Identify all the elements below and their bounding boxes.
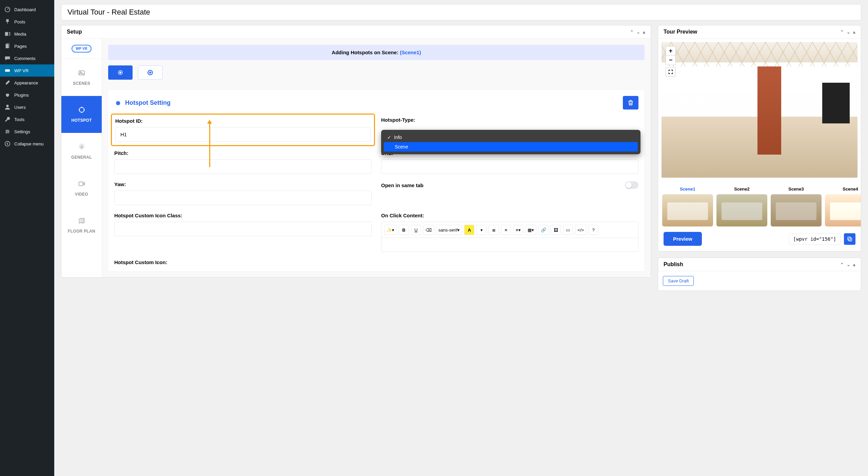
preview-title: Tour Preview bbox=[664, 29, 697, 35]
thumb-scene1[interactable]: Scene1 bbox=[662, 186, 713, 226]
svg-point-7 bbox=[8, 131, 9, 132]
svg-point-9 bbox=[5, 141, 10, 146]
rte-content[interactable] bbox=[381, 238, 638, 252]
rte-bold-button[interactable]: B bbox=[399, 225, 409, 235]
rte-erase-button[interactable]: ⌫ bbox=[423, 225, 434, 235]
svg-point-12 bbox=[79, 107, 84, 113]
rte-fontcolor-button[interactable]: A bbox=[464, 225, 474, 235]
scene-banner: Adding Hotspots on Scene: (Scene1) bbox=[108, 45, 645, 60]
zoom-in-button[interactable]: + bbox=[666, 46, 676, 56]
media-icon bbox=[4, 31, 11, 37]
image-icon bbox=[78, 69, 85, 78]
open-same-tab-toggle[interactable] bbox=[625, 181, 638, 189]
delete-hotspot-button[interactable] bbox=[623, 96, 638, 110]
page-title: Virtual Tour - Real Estate bbox=[61, 4, 861, 20]
rte-ul-button[interactable]: ≣ bbox=[489, 225, 499, 235]
rich-text-editor: ✨▾ B U ⌫ sans-serif ▾ A ▾ ≣ bbox=[381, 222, 638, 252]
plug-icon bbox=[4, 92, 11, 98]
wpvr-logo: WP VR bbox=[61, 39, 102, 59]
hotspot-setting-title: Hotspot Setting bbox=[114, 99, 171, 106]
thumb-scene3[interactable]: Scene3 bbox=[771, 186, 822, 226]
panel-toggle-icon[interactable]: ▴ bbox=[643, 29, 645, 35]
tab-floor-plan[interactable]: FLOOR PLAN bbox=[61, 207, 102, 244]
annotation-arrow bbox=[209, 123, 210, 167]
option-scene[interactable]: Scene bbox=[384, 142, 638, 152]
user-icon bbox=[4, 104, 11, 111]
tab-video[interactable]: VIDEO bbox=[61, 170, 102, 207]
menu-plugins[interactable]: Plugins bbox=[0, 89, 54, 101]
menu-appearance[interactable]: Appearance bbox=[0, 77, 54, 89]
menu-wpvr[interactable]: WP VR bbox=[0, 64, 54, 77]
scene-thumbnails: Scene1 Scene2 Scene3 Scene4 bbox=[658, 181, 861, 226]
rte-underline-button[interactable]: U bbox=[411, 225, 421, 235]
current-hotspot-button[interactable] bbox=[108, 65, 133, 80]
panel-down-icon[interactable]: ⌄ bbox=[636, 29, 640, 35]
preview-button[interactable]: Preview bbox=[664, 232, 702, 246]
save-draft-button[interactable]: Save Draft bbox=[663, 276, 694, 286]
gear-icon bbox=[78, 143, 85, 152]
menu-dashboard[interactable]: Dashboard bbox=[0, 3, 54, 16]
menu-media[interactable]: Media bbox=[0, 28, 54, 40]
menu-settings[interactable]: Settings bbox=[0, 125, 54, 138]
map-icon bbox=[78, 217, 85, 225]
panel-toggle-icon[interactable]: ▴ bbox=[853, 262, 855, 267]
rte-image-button[interactable]: 🖼 bbox=[551, 225, 561, 235]
setup-panel: Setup ⌃ ⌄ ▴ WP VR SCENES bbox=[61, 25, 651, 278]
rte-align-button[interactable]: ≡▾ bbox=[513, 225, 523, 235]
menu-posts[interactable]: Posts bbox=[0, 16, 54, 28]
svg-rect-14 bbox=[79, 182, 83, 186]
tour-viewport[interactable]: + − bbox=[662, 42, 857, 178]
rte-video-button[interactable]: ▭ bbox=[563, 225, 573, 235]
scene-link[interactable]: (Scene1) bbox=[400, 49, 421, 55]
video-icon bbox=[78, 180, 85, 189]
panel-up-icon[interactable]: ⌃ bbox=[840, 29, 844, 35]
vr-tabs: WP VR SCENES HOTSPOT GENERAL bbox=[61, 39, 102, 277]
panel-toggle-icon[interactable]: ▴ bbox=[853, 29, 855, 35]
thumb-scene4[interactable]: Scene4 bbox=[825, 186, 861, 226]
zoom-out-button[interactable]: − bbox=[666, 56, 676, 65]
icon-class-input[interactable] bbox=[114, 222, 372, 236]
panel-down-icon[interactable]: ⌄ bbox=[847, 29, 850, 35]
target-icon bbox=[78, 106, 85, 115]
rte-code-button[interactable]: </> bbox=[575, 225, 586, 235]
rte-fontcolor-dropdown[interactable]: ▾ bbox=[476, 225, 487, 235]
panel-up-icon[interactable]: ⌃ bbox=[630, 29, 634, 35]
shortcode-text: [wpvr id="156"] bbox=[789, 233, 841, 245]
hotspot-type-field: Hotspot-Type: Info Scene bbox=[381, 117, 638, 143]
hotspot-id-input[interactable] bbox=[115, 127, 371, 142]
wpvr-icon bbox=[4, 67, 11, 74]
hotspot-id-field: Hotspot ID: bbox=[111, 114, 375, 146]
svg-rect-4 bbox=[5, 69, 10, 72]
settings-icon bbox=[4, 128, 11, 135]
tab-general[interactable]: GENERAL bbox=[61, 133, 102, 170]
url-input[interactable] bbox=[381, 159, 638, 174]
rte-link-button[interactable]: 🔗 bbox=[538, 225, 549, 235]
menu-collapse[interactable]: Collapse menu bbox=[0, 138, 54, 150]
menu-tools[interactable]: Tools bbox=[0, 113, 54, 125]
setup-title: Setup bbox=[67, 29, 82, 35]
thumb-scene2[interactable]: Scene2 bbox=[716, 186, 767, 226]
svg-point-6 bbox=[6, 130, 7, 131]
menu-pages[interactable]: Pages bbox=[0, 40, 54, 52]
pitch-input[interactable] bbox=[114, 159, 372, 174]
rte-ol-button[interactable]: ≡ bbox=[501, 225, 511, 235]
menu-comments[interactable]: Comments bbox=[0, 52, 54, 64]
rte-table-button[interactable]: ▦▾ bbox=[525, 225, 536, 235]
option-info[interactable]: Info bbox=[384, 133, 638, 142]
panel-up-icon[interactable]: ⌃ bbox=[840, 262, 844, 267]
fullscreen-button[interactable] bbox=[666, 67, 676, 77]
menu-users[interactable]: Users bbox=[0, 101, 54, 113]
panel-down-icon[interactable]: ⌄ bbox=[847, 262, 850, 267]
rte-help-button[interactable]: ? bbox=[588, 225, 598, 235]
tab-hotspot[interactable]: HOTSPOT bbox=[61, 96, 102, 133]
copy-shortcode-button[interactable] bbox=[844, 233, 855, 245]
tour-preview-panel: Tour Preview ⌃ ⌄ ▴ + − bbox=[658, 25, 861, 252]
svg-rect-18 bbox=[849, 238, 852, 241]
rte-font-select[interactable]: sans-serif ▾ bbox=[436, 225, 462, 235]
add-hotspot-button[interactable] bbox=[138, 65, 162, 80]
yaw-input[interactable] bbox=[114, 191, 372, 205]
svg-rect-1 bbox=[5, 32, 8, 36]
pages-icon bbox=[4, 43, 11, 49]
tab-scenes[interactable]: SCENES bbox=[61, 59, 102, 96]
rte-magic-icon[interactable]: ✨▾ bbox=[384, 225, 397, 235]
